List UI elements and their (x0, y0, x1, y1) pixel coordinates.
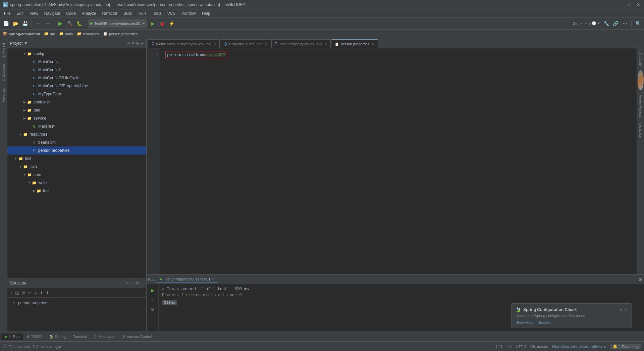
close-button[interactable]: ✕ (635, 2, 641, 8)
tree-item-service[interactable]: ▶ 📁 service (7, 114, 146, 122)
tree-item-com[interactable]: ▼ 📁 com (7, 171, 146, 179)
breadcrumb-resources[interactable]: resources (83, 32, 99, 36)
vtab-database[interactable]: Database (638, 121, 643, 140)
menu-vcs[interactable]: VCS (165, 10, 178, 16)
run-tab-test[interactable]: ▶ TestOfPropertyValues.test01 ✕ (156, 276, 218, 282)
tab-property-source[interactable]: @ PropertySource.java ✕ (220, 39, 271, 48)
search-everywhere-button[interactable]: 🔍 (634, 19, 642, 28)
menu-file[interactable]: File (1, 10, 13, 16)
tree-item-mainconfigpropval[interactable]: C MainConfigOfPropertyValue… (7, 82, 146, 90)
tab-close-2[interactable]: ✕ (265, 42, 267, 46)
back-button[interactable]: ← (34, 19, 42, 28)
tree-item-beansxml[interactable]: X beans.xml (7, 138, 146, 146)
project-settings-btn[interactable]: ⚙ (136, 41, 139, 46)
run-expand-button[interactable]: » (149, 296, 157, 304)
tree-item-test-sub[interactable]: ▶ 📁 test (7, 187, 146, 195)
settings-button[interactable]: 🔧 (602, 19, 610, 28)
run-btn[interactable]: ▶ (149, 19, 157, 28)
tree-item-maintest[interactable]: C MainTest (7, 122, 146, 130)
forward-button[interactable]: → (43, 19, 51, 28)
struct-indent2-btn[interactable]: ↳ (33, 290, 38, 296)
coverage-btn[interactable]: ⚡ (167, 19, 175, 28)
tree-item-config[interactable]: ▼ 📁 config (7, 50, 146, 58)
tab-person-props[interactable]: 📋 person.properties ✕ (331, 39, 378, 48)
run-settings-btn[interactable]: ⚙ (638, 277, 643, 282)
tree-item-mainconfiglifecycle[interactable]: C MainConfigOfLifeCycle (7, 74, 146, 82)
tree-item-wolfx[interactable]: ▼ 📁 wolfx (7, 179, 146, 187)
btab-messages[interactable]: 0: Messages (91, 334, 118, 340)
menu-code[interactable]: Code (63, 10, 78, 16)
tab-main-config-propval[interactable]: C MainConfigOfPropertyValues.java ✕ (148, 39, 220, 48)
menu-navigate[interactable]: Navigate (42, 10, 63, 16)
external-tools-button[interactable]: 🔗 (611, 19, 620, 28)
breadcrumb-file[interactable]: person.properties (109, 32, 138, 36)
notification-expand-btn[interactable]: ∨ (620, 308, 622, 312)
new-file-button[interactable]: 📄 (2, 19, 10, 28)
editor-content[interactable]: person.nickName=火云邪神 (160, 48, 637, 274)
debug-button[interactable]: 🐛 (75, 19, 83, 28)
breadcrumb-src[interactable]: src (50, 32, 55, 36)
struct-sort-alpha-btn[interactable]: ↕ (9, 290, 13, 296)
tree-item-personprops[interactable]: P person.properties (7, 146, 146, 155)
struct-expand-btn[interactable]: ⊞ (21, 290, 26, 296)
breadcrumb-project[interactable]: spring-annotation (9, 32, 40, 36)
run-play-button[interactable]: ▶ (149, 286, 157, 294)
vtab-project[interactable]: 1: Project (1, 40, 6, 60)
tab-close-4[interactable]: ✕ (372, 42, 374, 46)
project-collapse-btn[interactable]: ≡ (132, 41, 134, 46)
run-config-selector[interactable]: ▶ TestOfPropertyValues.test01 ▼ (88, 19, 147, 28)
plantuml-icon[interactable] (638, 70, 644, 90)
status-git-branch[interactable]: Git: master (530, 345, 548, 349)
vtab-favorites[interactable]: Favorites (1, 85, 6, 105)
btab-run[interactable]: ▶ 4: Run (1, 334, 23, 340)
disable-link[interactable]: Disable... (537, 320, 553, 324)
menu-tools[interactable]: Tools (149, 10, 164, 16)
tree-item-mainconfig[interactable]: C MainConfig (7, 58, 146, 66)
menu-window[interactable]: Window (179, 10, 199, 16)
breadcrumb-main[interactable]: main (65, 32, 73, 36)
tree-item-resources[interactable]: ▼ 📁 resources (7, 130, 146, 138)
tree-item-test[interactable]: ▼ 📁 test (7, 155, 146, 163)
tree-item-java[interactable]: ▼ 📁 java (7, 163, 146, 171)
tree-item-controller[interactable]: ▶ 📁 controller (7, 98, 146, 106)
menu-refactor[interactable]: Refactor (100, 10, 120, 16)
vtab-ant-build[interactable]: Ant Build (638, 50, 643, 69)
tab-test-propval[interactable]: T TestOfPropertyValues.java ✕ (271, 39, 331, 48)
debug-run-btn[interactable]: 🐞 (158, 19, 166, 28)
more-button[interactable]: ⋯ (621, 19, 629, 28)
struct-indent-btn[interactable]: ↵ (27, 290, 32, 296)
notification-close-btn[interactable]: ✕ (624, 307, 628, 312)
tab-close-3[interactable]: ✕ (324, 42, 327, 46)
menu-edit[interactable]: Edit (14, 10, 26, 16)
vtab-structure[interactable]: 2: Structure (1, 60, 6, 85)
menu-analyze[interactable]: Analyze (79, 10, 99, 16)
struct-down-btn[interactable]: ⬇ (45, 290, 50, 296)
menu-build[interactable]: Build (121, 10, 135, 16)
vtab-maven[interactable]: Maven Projects (638, 92, 643, 121)
build-button[interactable]: 🔨 (66, 19, 74, 28)
btab-vcs[interactable]: 9: Version Control (119, 334, 155, 340)
run-green-button[interactable]: ▶ (56, 19, 64, 28)
run-filter-button[interactable]: ⊙ (149, 305, 157, 313)
minimize-button[interactable]: ─ (618, 2, 624, 8)
structure-file-item[interactable]: P person.properties (10, 299, 143, 307)
menu-help[interactable]: Help (199, 10, 213, 16)
struct-sort-type-btn[interactable]: ⊞ (14, 290, 20, 296)
menu-view[interactable]: View (27, 10, 41, 16)
run-tab-close[interactable]: ✕ (212, 277, 214, 281)
save-button[interactable]: 💾 (21, 19, 29, 28)
tree-item-dao[interactable]: ▶ 📁 dao (7, 106, 146, 114)
btab-spring[interactable]: 🍃 Spring (46, 334, 69, 340)
project-minimize-btn[interactable]: ─ (141, 41, 144, 46)
structure-minimize-btn[interactable]: ─ (141, 281, 143, 285)
menu-run[interactable]: Run (136, 10, 149, 16)
struct-up-btn[interactable]: ⬆ (39, 290, 44, 296)
tree-item-mytypefilter[interactable]: C MyTypeFilter (7, 90, 146, 98)
structure-collapse-btn[interactable]: ⊟ (131, 281, 135, 285)
tab-close-1[interactable]: ✕ (213, 42, 216, 46)
status-position[interactable]: 1:21 (495, 345, 502, 349)
maximize-button[interactable]: □ (627, 2, 633, 8)
status-url[interactable]: https://blog.csdn.net/suchnaderkang (552, 345, 606, 348)
btab-todo[interactable]: 6: TODO (23, 334, 45, 340)
project-scope-btn[interactable]: ◎ (127, 41, 130, 46)
